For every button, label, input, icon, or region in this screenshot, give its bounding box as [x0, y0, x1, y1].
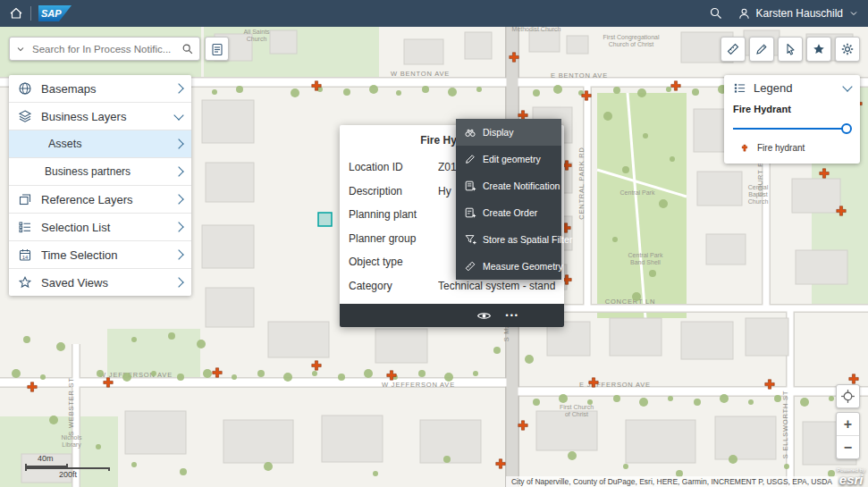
measure-icon: [726, 42, 740, 56]
zoom-out-button[interactable]: −: [837, 435, 859, 458]
sidebar-item-label: Basemaps: [41, 82, 166, 96]
svg-text:E BENTON AVE: E BENTON AVE: [551, 71, 608, 80]
sidebar-item-business-partners[interactable]: Business partners: [9, 158, 191, 186]
chevron-right-icon: [173, 194, 183, 204]
sidebar-item-label: Selection List: [41, 221, 166, 234]
layers-panel: Basemaps Business Layers Assets Business…: [9, 75, 191, 296]
user-menu[interactable]: Karsten Hauschild: [737, 7, 859, 21]
sidebar-item-label: Business partners: [45, 165, 166, 178]
eye-icon[interactable]: [476, 308, 492, 323]
search-icon[interactable]: [181, 43, 194, 55]
reference-layers-icon: [18, 192, 32, 206]
popup-footer: •••: [340, 304, 564, 327]
map-toolbar: [721, 37, 860, 62]
sidebar-item-business-layers[interactable]: Business Layers: [9, 103, 191, 130]
locate-button[interactable]: [836, 384, 860, 408]
pencil-icon: [464, 153, 476, 165]
user-avatar-icon: [737, 7, 751, 21]
collapse-chevron-icon[interactable]: [15, 44, 26, 55]
svg-text:Methodist Church: Methodist Church: [512, 27, 561, 32]
svg-text:CENTRAL PARK RD: CENTRAL PARK RD: [577, 147, 586, 220]
star-icon: [18, 275, 32, 290]
svg-text:First CongregationalChurch of: First CongregationalChurch of Christ: [603, 34, 659, 47]
sidebar-item-reference-layers[interactable]: Reference Layers: [9, 186, 191, 214]
menu-item-label: Create Order: [483, 207, 537, 218]
legend-item: Fire hydrant: [733, 143, 851, 153]
svg-text:NicholsLibrary: NicholsLibrary: [62, 434, 82, 449]
menu-item-create-notification[interactable]: Create Notification: [456, 172, 561, 199]
sidebar-item-assets[interactable]: Assets: [9, 130, 191, 158]
slider-knob[interactable]: [841, 123, 852, 134]
settings-gear-icon: [840, 42, 855, 56]
scale-bar: 40m 200ft: [25, 455, 110, 480]
shell-search-icon[interactable]: [709, 6, 723, 21]
overflow-menu-icon[interactable]: •••: [506, 311, 519, 320]
scale-label-imperial: 200ft: [59, 471, 110, 480]
app: { "shell": {"user": "Karsten Hauschild"}…: [0, 0, 868, 487]
legend-item-label: Fire hydrant: [757, 143, 805, 153]
context-menu: Display Edit geometry Create Notificatio…: [456, 119, 561, 280]
chevron-down-icon: [848, 8, 859, 19]
menu-item-label: Display: [483, 127, 513, 138]
binoculars-icon: [464, 126, 476, 139]
sidebar-item-selection-list[interactable]: Selection List: [9, 214, 191, 241]
legend-list-icon: [733, 81, 746, 95]
shell-bar: SAP Karsten Hauschild: [0, 0, 868, 27]
chevron-right-icon: [173, 249, 183, 259]
esri-logo: Powered by esri: [837, 467, 865, 486]
menu-item-label: Measure Geometry: [483, 261, 563, 272]
measure-button[interactable]: [721, 37, 746, 62]
sidebar-item-time-selection[interactable]: 14 Time Selection: [9, 241, 191, 269]
svg-text:CentralBaptistChurch: CentralBaptistChurch: [748, 184, 769, 205]
draw-button[interactable]: [749, 37, 774, 62]
svg-text:W JEFFERSON AVE: W JEFFERSON AVE: [99, 371, 173, 379]
menu-item-store-as-spatial-filter[interactable]: Store as Spatial Filter: [456, 226, 561, 253]
select-button[interactable]: [778, 37, 803, 62]
sidebar-item-saved-views[interactable]: Saved Views: [9, 269, 191, 296]
select-cursor-icon: [783, 42, 797, 56]
menu-item-display[interactable]: Display: [456, 119, 561, 146]
svg-text:W JEFFERSON AVE: W JEFFERSON AVE: [382, 381, 455, 389]
sap-logo: SAP: [38, 5, 72, 21]
create-notification-icon: [464, 180, 476, 192]
legend-header[interactable]: Legend: [733, 81, 851, 102]
settings-button[interactable]: [835, 37, 860, 62]
scale-label-metric: 40m: [38, 455, 110, 464]
search-input[interactable]: [30, 43, 177, 55]
notification-list-button[interactable]: [205, 37, 229, 61]
sidebar-item-label: Time Selection: [41, 248, 166, 262]
svg-text:CONCERT LN: CONCERT LN: [605, 298, 655, 306]
favorite-button[interactable]: [806, 37, 831, 62]
draw-icon: [754, 42, 769, 56]
shell-separator: [30, 6, 31, 21]
svg-text:W BENTON AVE: W BENTON AVE: [391, 70, 450, 78]
menu-item-measure-geometry[interactable]: Measure Geometry: [456, 253, 561, 280]
legend-title: Legend: [754, 81, 837, 95]
search-area: [9, 37, 229, 61]
search-box: [9, 37, 200, 61]
sidebar-item-label: Reference Layers: [41, 193, 166, 206]
sidebar-item-basemaps[interactable]: Basemaps: [9, 75, 191, 103]
chevron-right-icon: [173, 166, 183, 176]
map-attribution: City of Naperville, County of DuPage, Es…: [506, 476, 838, 487]
opacity-slider: [733, 123, 851, 134]
menu-item-create-order[interactable]: Create Order: [456, 199, 561, 226]
sidebar-item-label: Saved Views: [41, 276, 166, 290]
menu-item-label: Edit geometry: [483, 154, 541, 164]
fire-hydrant-symbol-icon: [740, 144, 749, 153]
chevron-down-icon: [842, 81, 852, 91]
crosshair-icon: [840, 389, 855, 404]
svg-text:14: 14: [22, 255, 29, 260]
zoom-in-button[interactable]: +: [837, 413, 859, 435]
slider-track[interactable]: [733, 128, 849, 130]
sidebar-item-label: Assets: [48, 138, 166, 150]
menu-item-edit-geometry[interactable]: Edit geometry: [456, 146, 561, 172]
create-order-icon: [464, 206, 476, 219]
svg-text:S WEBSTER ST: S WEBSTER ST: [67, 377, 75, 435]
chevron-right-icon: [173, 222, 183, 231]
list-icon: [18, 220, 32, 234]
chevron-down-icon: [173, 110, 183, 120]
chevron-right-icon: [173, 139, 183, 148]
home-icon[interactable]: [9, 6, 23, 21]
legend-panel: Legend Fire Hydrant Fire hydrant: [724, 75, 860, 164]
